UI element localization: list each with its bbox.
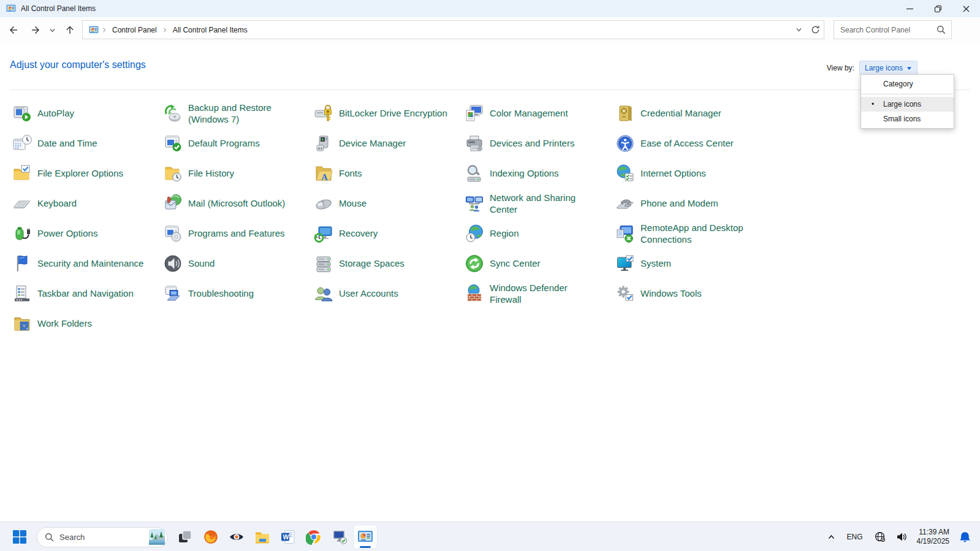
control-panel-item-label: Internet Options (640, 167, 706, 179)
recent-pages-chevron[interactable] (45, 21, 59, 39)
search-input[interactable] (834, 26, 936, 34)
control-panel-item-region[interactable]: Region (465, 218, 615, 248)
ease-of-access-icon (615, 134, 635, 153)
view-menu-item-category[interactable]: Category (861, 77, 954, 91)
control-panel-icon (357, 529, 373, 545)
control-panel-item-bitlocker-drive-encryption[interactable]: BitLocker Drive Encryption (314, 98, 465, 128)
troubleshooting-icon (163, 284, 183, 303)
work-folders-icon (12, 314, 32, 333)
menu-separator (862, 94, 953, 94)
search-highlight-thumbnail[interactable] (149, 529, 165, 545)
control-panel-item-windows-tools[interactable]: Windows Tools (615, 278, 766, 308)
control-panel-item-recovery[interactable]: Recovery (314, 218, 465, 248)
view-by-dropdown-button[interactable]: Large icons (859, 61, 917, 75)
control-panel-item-label: Work Folders (37, 317, 92, 329)
start-button[interactable] (7, 525, 32, 549)
volume-icon[interactable] (893, 529, 910, 545)
control-panel-item-label: Sound (188, 257, 215, 269)
taskbar-app-file-explorer[interactable] (250, 525, 275, 549)
tray-date: 4/19/2025 (917, 537, 949, 545)
close-button[interactable] (952, 0, 980, 17)
control-panel-item-sync-center[interactable]: Sync Center (465, 248, 615, 278)
up-button[interactable] (61, 21, 78, 39)
control-panel-item-programs-and-features[interactable]: Programs and Features (163, 218, 314, 248)
control-panel-item-keyboard[interactable]: Keyboard (12, 188, 163, 218)
control-panel-item-label: Windows DefenderFirewall (490, 282, 568, 305)
control-panel-item-credential-manager[interactable]: Credential Manager (615, 98, 766, 128)
control-panel-item-mouse[interactable]: Mouse (314, 188, 465, 218)
control-panel-item-label: User Accounts (339, 287, 398, 299)
credential-manager-icon (615, 104, 635, 123)
control-panel-item-system[interactable]: System (615, 248, 766, 278)
control-panel-item-network-and-sharing-center[interactable]: Network and SharingCenter (465, 188, 615, 218)
control-panel-item-internet-options[interactable]: Internet Options (615, 158, 766, 188)
taskbar-navigation-icon (12, 284, 32, 303)
control-panel-item-devices-and-printers[interactable]: Devices and Printers (465, 128, 615, 158)
system-icon (615, 254, 635, 273)
chrome-icon (306, 529, 322, 545)
taskbar-search[interactable]: Search (37, 527, 168, 547)
devices-printers-icon (465, 134, 484, 153)
control-panel-item-autoplay[interactable]: AutoPlay (12, 98, 163, 128)
control-panel-item-work-folders[interactable]: Work Folders (12, 308, 163, 338)
control-panel-item-security-and-maintenance[interactable]: Security and Maintenance (12, 248, 163, 278)
taskbar-app-firefox[interactable] (199, 525, 223, 549)
control-panel-item-label: Windows Tools (640, 287, 702, 299)
control-panel-item-date-and-time[interactable]: Date and Time (12, 128, 163, 158)
address-dropdown-chevron[interactable] (796, 26, 802, 33)
network-globe-icon[interactable] (872, 529, 889, 545)
taskbar-app-task-view[interactable] (173, 525, 197, 549)
search-icon[interactable] (936, 25, 946, 34)
minimize-button[interactable] (895, 0, 924, 17)
hidden-icons-chevron[interactable] (824, 531, 838, 544)
taskbar-app-word[interactable]: W (276, 525, 300, 549)
view-menu-item-small-icons[interactable]: Small icons (861, 112, 954, 126)
language-indicator[interactable]: ENG (843, 530, 867, 544)
taskbar-app-control-panel[interactable] (353, 525, 378, 549)
control-panel-item-label: Fonts (339, 167, 362, 179)
control-panel-item-label: File History (188, 167, 234, 179)
back-button[interactable] (5, 21, 22, 39)
control-panel-item-ease-of-access-center[interactable]: Ease of Access Center (615, 128, 766, 158)
control-panel-item-file-explorer-options[interactable]: File Explorer Options (12, 158, 163, 188)
breadcrumb-all-items[interactable]: All Control Panel Items (170, 26, 250, 34)
control-panel-item-windows-defender-firewall[interactable]: Windows DefenderFirewall (465, 278, 615, 308)
view-menu-item-large-icons[interactable]: •Large icons (861, 97, 954, 112)
security-maintenance-icon (12, 254, 32, 273)
control-panel-item-mail-microsoft-outlook[interactable]: Mail (Microsoft Outlook) (163, 188, 314, 218)
address-bar[interactable]: Control Panel All Control Panel Items (82, 20, 824, 39)
control-panel-item-device-manager[interactable]: Device Manager (314, 128, 465, 158)
control-panel-item-color-management[interactable]: Color Management (465, 98, 615, 128)
control-panel-item-fonts[interactable]: AFonts (314, 158, 465, 188)
control-panel-item-storage-spaces[interactable]: Storage Spaces (314, 248, 465, 278)
control-panel-item-file-history[interactable]: File History (163, 158, 314, 188)
control-panel-items-grid: AutoPlayBackup and Restore(Windows 7)Bit… (12, 98, 766, 338)
taskbar-app-privacy-eye[interactable] (224, 525, 249, 549)
control-panel-item-taskbar-and-navigation[interactable]: Taskbar and Navigation (12, 278, 163, 308)
control-panel-item-phone-and-modem[interactable]: Phone and Modem (615, 188, 766, 218)
default-programs-icon (163, 134, 183, 153)
taskbar-app-chrome[interactable] (302, 525, 326, 549)
control-panel-item-user-accounts[interactable]: User Accounts (314, 278, 465, 308)
clock[interactable]: 11:39 AM 4/19/2025 (914, 526, 952, 547)
forward-button[interactable] (27, 21, 44, 39)
restore-button[interactable] (924, 0, 952, 17)
windows-tools-icon (615, 284, 635, 303)
control-panel-item-power-options[interactable]: Power Options (12, 218, 163, 248)
control-panel-item-troubleshooting[interactable]: Troubleshooting (163, 278, 314, 308)
taskbar-app-remote-desktop[interactable] (327, 525, 352, 549)
view-by-menu: Category•Large iconsSmall icons (860, 74, 954, 129)
control-panel-item-indexing-options[interactable]: Indexing Options (465, 158, 615, 188)
breadcrumb-control-panel[interactable]: Control Panel (110, 26, 159, 34)
search-icon (45, 533, 54, 542)
control-panel-item-label: Mouse (339, 197, 367, 209)
control-panel-item-default-programs[interactable]: Default Programs (163, 128, 314, 158)
sound-icon (163, 254, 183, 273)
refresh-icon[interactable] (811, 25, 820, 34)
notifications-bell-icon[interactable] (956, 529, 974, 545)
control-panel-item-label: Color Management (490, 107, 568, 119)
control-panel-item-sound[interactable]: Sound (163, 248, 314, 278)
control-panel-item-remoteapp-and-desktop-connections[interactable]: RemoteApp and DesktopConnections (615, 218, 766, 248)
word-icon: W (280, 529, 296, 545)
control-panel-item-backup-and-restore-windows-7[interactable]: Backup and Restore(Windows 7) (163, 98, 314, 128)
